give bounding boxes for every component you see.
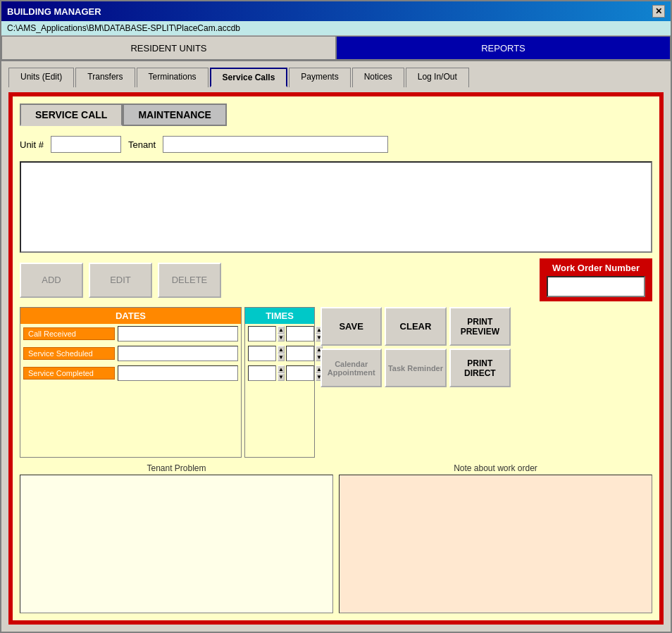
spinner-3: ▲ ▼: [278, 365, 285, 381]
tab-bar: Units (Edit) Transfers Terminations Serv…: [1, 61, 671, 87]
call-received-button[interactable]: Call Received: [23, 327, 115, 340]
print-direct-button[interactable]: PRINT DIRECT: [449, 349, 511, 387]
calendar-appointment-button[interactable]: Calendar Appointment: [321, 349, 382, 387]
close-button[interactable]: ✕: [652, 5, 665, 18]
time-input-1[interactable]: [248, 326, 276, 341]
tab-payments[interactable]: Payments: [289, 68, 350, 87]
tenant-input[interactable]: [163, 136, 388, 153]
service-completed-button[interactable]: Service Completed: [23, 367, 115, 380]
date-row-call-received: Call Received: [20, 324, 241, 344]
time-row-2: ▲ ▼ ▲ ▼: [245, 344, 314, 363]
nav-bar: RESIDENT UNITS REPORTS: [1, 36, 671, 61]
unit-input[interactable]: [51, 136, 121, 153]
file-path: C:\AMS_Applications\BM\DATABASE-SPLIT\Pl…: [7, 23, 240, 33]
spinner-1: ▲ ▼: [278, 326, 285, 341]
subtab-service-call[interactable]: SERVICE CALL: [20, 104, 123, 126]
controls-panel: SAVE CLEAR PRINT PREVIEW Calendar Appoin…: [321, 307, 511, 458]
nav-resident-units[interactable]: RESIDENT UNITS: [1, 36, 336, 60]
outer-panel: SERVICE CALL MAINTENANCE Unit # Tenant: [8, 92, 664, 625]
times-panel: TIMES ▲ ▼ ▲ ▼: [244, 307, 315, 458]
spinner-2: ▲ ▼: [278, 346, 285, 361]
tab-transfers[interactable]: Transfers: [75, 68, 135, 87]
spin-up-1[interactable]: ▲: [278, 326, 285, 334]
spin-down-1[interactable]: ▼: [278, 334, 285, 341]
print-preview-button[interactable]: PRINT PREVIEW: [449, 307, 511, 346]
tab-units-edit[interactable]: Units (Edit): [8, 68, 74, 87]
service-scheduled-date-input[interactable]: [118, 346, 238, 361]
records-grid: [20, 161, 652, 253]
service-completed-date-input[interactable]: [118, 365, 238, 381]
spin-up-2[interactable]: ▲: [278, 346, 285, 353]
dates-header: DATES: [20, 308, 241, 324]
task-reminder-button[interactable]: Task Reminder: [385, 349, 446, 387]
path-bar: C:\AMS_Applications\BM\DATABASE-SPLIT\Pl…: [1, 21, 671, 36]
delete-button[interactable]: DELETE: [158, 263, 221, 298]
bottom-section: DATES Call Received Service Scheduled: [20, 307, 652, 458]
tab-log-inout[interactable]: Log In/Out: [406, 68, 469, 87]
tab-notices[interactable]: Notices: [352, 68, 404, 87]
date-row-service-scheduled: Service Scheduled: [20, 344, 241, 363]
subtab-bar: SERVICE CALL MAINTENANCE: [20, 104, 652, 126]
spin-down-3[interactable]: ▼: [278, 373, 285, 381]
tab-service-calls[interactable]: Service Calls: [210, 68, 288, 87]
note-about-textarea[interactable]: [339, 475, 652, 614]
time-input-3[interactable]: [248, 365, 276, 381]
subtab-maintenance[interactable]: MAINTENANCE: [123, 104, 226, 126]
bottom-notes-row: Tenant Problem Note about work order: [20, 463, 652, 614]
call-received-date-input[interactable]: [118, 326, 238, 341]
service-scheduled-button[interactable]: Service Scheduled: [23, 347, 115, 360]
save-button[interactable]: SAVE: [321, 307, 382, 346]
dates-times-container: DATES Call Received Service Scheduled: [20, 307, 315, 458]
time-input-2[interactable]: [248, 346, 276, 361]
inner-panel: SERVICE CALL MAINTENANCE Unit # Tenant: [13, 96, 659, 620]
time-input-3b[interactable]: [286, 365, 314, 381]
note-about-label: Note about work order: [339, 463, 652, 473]
note-about-section: Note about work order: [339, 463, 652, 614]
times-header: TIMES: [245, 308, 314, 324]
controls-top: SAVE CLEAR PRINT PREVIEW Calendar Appoin…: [321, 307, 511, 387]
unit-tenant-row: Unit # Tenant: [20, 133, 652, 156]
work-order-box: Work Order Number: [540, 258, 652, 301]
time-row-3: ▲ ▼ ▲ ▼: [245, 363, 314, 383]
clear-button[interactable]: CLEAR: [385, 307, 446, 346]
window-title: BUILDING MANAGER: [7, 6, 101, 17]
nav-reports[interactable]: REPORTS: [336, 36, 671, 60]
add-button[interactable]: ADD: [20, 263, 83, 298]
dates-panel: DATES Call Received Service Scheduled: [20, 307, 242, 458]
time-input-1b[interactable]: [286, 326, 314, 341]
tenant-label: Tenant: [128, 139, 156, 150]
work-order-input[interactable]: [547, 276, 645, 297]
tenant-problem-label: Tenant Problem: [20, 463, 333, 473]
work-order-label: Work Order Number: [552, 263, 640, 273]
tenant-problem-textarea[interactable]: [20, 475, 333, 614]
main-content: SERVICE CALL MAINTENANCE Unit # Tenant: [1, 87, 671, 632]
tenant-problem-section: Tenant Problem: [20, 463, 333, 614]
unit-label: Unit #: [20, 139, 44, 150]
edit-button[interactable]: EDIT: [89, 263, 152, 298]
date-row-service-completed: Service Completed: [20, 363, 241, 383]
spin-down-2[interactable]: ▼: [278, 353, 285, 361]
title-bar: BUILDING MANAGER ✕: [1, 1, 671, 21]
spin-up-3[interactable]: ▲: [278, 365, 285, 373]
time-row-1: ▲ ▼ ▲ ▼: [245, 324, 314, 344]
main-window: BUILDING MANAGER ✕ C:\AMS_Applications\B…: [0, 0, 672, 633]
tab-terminations[interactable]: Terminations: [137, 68, 209, 87]
action-row: ADD EDIT DELETE Work Order Number: [20, 258, 652, 301]
time-input-2b[interactable]: [286, 346, 314, 361]
